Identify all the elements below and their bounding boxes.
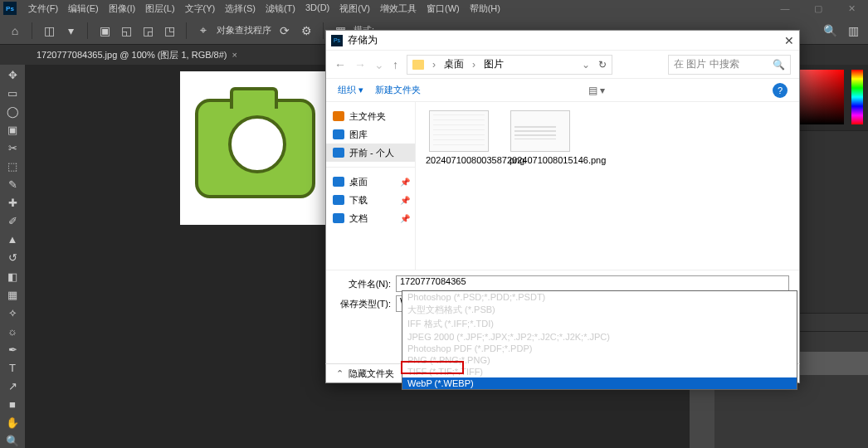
move-tool-icon[interactable]: ✥ bbox=[3, 68, 22, 81]
dropdown-option-1[interactable]: 大型文档格式 (*.PSB) bbox=[402, 303, 797, 317]
file-browser-area: 2024071008003587.png2024071008015146.png bbox=[416, 102, 799, 270]
cloud-icon bbox=[333, 148, 344, 158]
select-subject-icon[interactable]: ◫ bbox=[41, 22, 57, 39]
sidebar-item-4[interactable]: 桌面📌 bbox=[326, 173, 415, 191]
nav-recent-icon[interactable]: ⌄ bbox=[374, 58, 384, 71]
search-icon[interactable]: 🔍 bbox=[822, 22, 838, 39]
refresh-icon[interactable]: ⟳ bbox=[276, 22, 293, 39]
history-brush-icon[interactable]: ↺ bbox=[3, 251, 22, 265]
dropdown-option-3[interactable]: JPEG 2000 (*.JPF;*.JPX;*.JP2;*.J2C;*.J2K… bbox=[402, 331, 797, 343]
shape-tool-icon[interactable]: ■ bbox=[3, 398, 22, 411]
path-tool-icon[interactable]: ↗ bbox=[3, 380, 22, 393]
desktop-icon bbox=[333, 177, 344, 187]
dropdown-option-2[interactable]: IFF 格式 (*.IFF;*.TDI) bbox=[402, 317, 797, 331]
menu-item-6[interactable]: 滤镜(T) bbox=[261, 2, 300, 15]
dropdown-option-7[interactable]: WebP (*.WEBP) bbox=[402, 377, 797, 389]
menu-item-7[interactable]: 3D(D) bbox=[300, 2, 334, 15]
dodge-tool-icon[interactable]: ☼ bbox=[3, 324, 22, 338]
dropdown-option-6[interactable]: TIFF (*.TIF;*.TIFF) bbox=[402, 366, 797, 377]
dropdown-option-4[interactable]: Photoshop PDF (*.PDF;*.PDP) bbox=[402, 343, 797, 354]
brush-tool-icon[interactable]: ✐ bbox=[3, 215, 22, 228]
workspace-icon[interactable]: ▥ bbox=[845, 22, 861, 39]
home-icon[interactable]: ⌂ bbox=[7, 22, 23, 39]
file-item-1[interactable]: 2024071008015146.png bbox=[507, 110, 573, 165]
marquee-tool-icon[interactable]: ▭ bbox=[3, 86, 22, 100]
pin-icon: 📌 bbox=[400, 178, 410, 187]
sidebar-label: 桌面 bbox=[349, 176, 368, 188]
menu-item-8[interactable]: 视图(V) bbox=[334, 2, 375, 15]
close-tab-icon[interactable]: × bbox=[232, 50, 237, 60]
refresh-icon[interactable]: ↻ bbox=[598, 59, 607, 71]
menu-item-9[interactable]: 增效工具 bbox=[375, 2, 422, 15]
menu-item-1[interactable]: 编辑(E) bbox=[63, 2, 104, 15]
sidebar-label: 开前 - 个人 bbox=[349, 147, 394, 159]
crop-tool-icon[interactable]: ✂ bbox=[3, 141, 22, 154]
filetype-label: 保存类型(T): bbox=[336, 298, 396, 310]
menu-item-4[interactable]: 文字(Y) bbox=[180, 2, 221, 15]
transform-icon[interactable]: ▾ bbox=[62, 22, 79, 39]
nav-forward-icon[interactable]: → bbox=[354, 58, 366, 71]
bc-seg-0[interactable]: 桌面 bbox=[444, 57, 464, 71]
window-minimize[interactable]: — bbox=[768, 0, 802, 17]
settings-icon[interactable]: ⚙ bbox=[298, 22, 315, 39]
pin-icon: 📌 bbox=[400, 214, 410, 223]
bc-seg-1[interactable]: 图片 bbox=[484, 57, 504, 71]
file-thumb bbox=[510, 110, 570, 152]
dropdown-option-0[interactable]: Photoshop (*.PSD;*.PDD;*.PSDT) bbox=[402, 291, 797, 303]
layers-icon1[interactable]: ◱ bbox=[118, 22, 134, 39]
dialog-close-icon[interactable]: ✕ bbox=[784, 34, 794, 47]
blur-tool-icon[interactable]: ⟡ bbox=[3, 306, 22, 319]
layers-icon3[interactable]: ◳ bbox=[161, 22, 178, 39]
camera-artwork bbox=[195, 99, 315, 198]
search-icon: 🔍 bbox=[773, 59, 785, 71]
menu-item-11[interactable]: 帮助(H) bbox=[465, 2, 505, 15]
organize-button[interactable]: 组织 ▾ bbox=[338, 84, 363, 96]
document-tab[interactable]: 1720777084365.jpg @ 100% (图层 1, RGB/8#) … bbox=[28, 47, 246, 63]
help-icon[interactable]: ? bbox=[773, 83, 788, 98]
stamp-tool-icon[interactable]: ▲ bbox=[3, 233, 22, 246]
dropdown-option-5[interactable]: PNG (*.PNG;*.PNG) bbox=[402, 354, 797, 366]
sidebar-item-1[interactable]: 图库 bbox=[326, 125, 415, 144]
nav-back-icon[interactable]: ← bbox=[334, 58, 346, 71]
new-folder-button[interactable]: 新建文件夹 bbox=[375, 84, 421, 96]
hide-folders-label[interactable]: 隐藏文件夹 bbox=[349, 368, 394, 380]
text-tool-icon[interactable]: T bbox=[3, 362, 22, 375]
eyedropper-tool-icon[interactable]: ✎ bbox=[3, 178, 22, 192]
menu-item-10[interactable]: 窗口(W) bbox=[422, 2, 465, 15]
dialog-titlebar: Ps 存储为 ✕ bbox=[326, 31, 799, 51]
target-icon[interactable]: ⌖ bbox=[195, 22, 212, 39]
layers-icon2[interactable]: ◲ bbox=[139, 22, 156, 39]
hand-tool-icon[interactable]: ✋ bbox=[3, 416, 22, 430]
zoom-tool-icon[interactable]: 🔍 bbox=[3, 435, 22, 448]
document-tab-label: 1720777084365.jpg @ 100% (图层 1, RGB/8#) bbox=[37, 49, 227, 61]
filetype-dropdown[interactable]: Photoshop (*.PSD;*.PDD;*.PSDT)大型文档格式 (*.… bbox=[402, 290, 797, 390]
menu-item-2[interactable]: 图像(I) bbox=[104, 2, 140, 15]
menu-item-0[interactable]: 文件(F) bbox=[23, 2, 63, 15]
sidebar-item-0[interactable]: 主文件夹 bbox=[326, 107, 415, 125]
nav-up-icon[interactable]: ↑ bbox=[393, 58, 398, 71]
menu-item-3[interactable]: 图层(L) bbox=[140, 2, 179, 15]
eraser-tool-icon[interactable]: ◧ bbox=[3, 270, 22, 283]
sidebar-item-2[interactable]: 开前 - 个人 bbox=[326, 144, 415, 162]
gradient-tool-icon[interactable]: ▦ bbox=[3, 288, 22, 301]
view-mode-icon[interactable]: ▤ ▾ bbox=[588, 85, 605, 96]
file-item-0[interactable]: 2024071008003587.png bbox=[426, 110, 492, 165]
pin-icon: 📌 bbox=[400, 196, 410, 205]
stack-icon[interactable]: ▣ bbox=[96, 22, 113, 39]
breadcrumb[interactable]: › 桌面 › 图片 ⌄ ↻ bbox=[407, 55, 612, 75]
search-input[interactable]: 在 图片 中搜索 🔍 bbox=[668, 55, 791, 75]
expand-icon[interactable]: ⌃ bbox=[336, 368, 344, 379]
menu-item-5[interactable]: 选择(S) bbox=[220, 2, 261, 15]
lasso-tool-icon[interactable]: ◯ bbox=[3, 105, 22, 118]
healing-tool-icon[interactable]: ✚ bbox=[3, 197, 22, 210]
frame-tool-icon[interactable]: ⬚ bbox=[3, 159, 22, 173]
object-select-tool-icon[interactable]: ▣ bbox=[3, 123, 22, 136]
sidebar-item-5[interactable]: 下载📌 bbox=[326, 191, 415, 209]
pen-tool-icon[interactable]: ✒ bbox=[3, 343, 22, 356]
window-close[interactable]: ✕ bbox=[835, 0, 868, 17]
filename-input[interactable]: 1720777084365 bbox=[396, 275, 789, 292]
window-maximize[interactable]: ▢ bbox=[802, 0, 835, 17]
search-placeholder: 在 图片 中搜索 bbox=[674, 57, 739, 71]
document-canvas[interactable] bbox=[180, 71, 329, 225]
sidebar-item-6[interactable]: 文档📌 bbox=[326, 209, 415, 227]
